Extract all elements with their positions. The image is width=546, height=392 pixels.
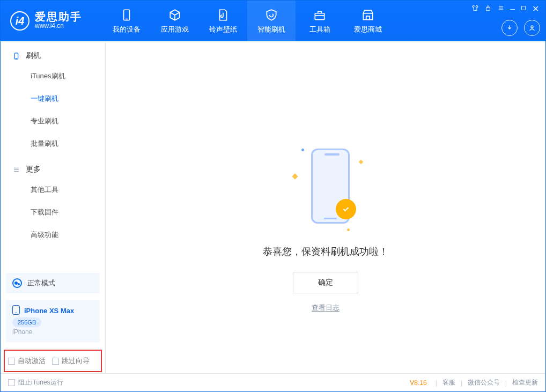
flash-options-row: 自动激活 跳过向导 — [4, 350, 102, 372]
success-message: 恭喜您，保资料刷机成功啦！ — [263, 245, 388, 258]
store-icon — [360, 8, 375, 23]
check-badge-icon — [336, 199, 356, 219]
maximize-icon[interactable] — [520, 5, 527, 13]
toolbox-icon — [312, 8, 327, 23]
close-icon[interactable]: ✕ — [532, 4, 539, 14]
device-type: iPhone — [12, 327, 93, 337]
nav-label: 智能刷机 — [257, 25, 285, 34]
svg-rect-2 — [315, 13, 324, 20]
nav-label: 应用游戏 — [161, 25, 189, 34]
sidebar-item-pro-flash[interactable]: 专业刷机 — [1, 110, 105, 132]
nav-label: 我的设备 — [113, 25, 141, 34]
svg-rect-4 — [486, 8, 490, 10]
checkbox-auto-activate[interactable]: 自动激活 — [8, 356, 46, 366]
nav-apps-games[interactable]: 应用游戏 — [151, 1, 199, 41]
checkbox-icon — [8, 379, 15, 386]
user-icon[interactable] — [524, 20, 540, 36]
svg-point-9 — [531, 26, 533, 28]
device-storage-badge: 256GB — [12, 317, 41, 328]
menu-icon[interactable] — [497, 4, 505, 13]
sidebar-item-download-fw[interactable]: 下载固件 — [1, 201, 105, 224]
shield-refresh-icon — [264, 8, 279, 23]
footer: 阻止iTunes运行 V8.16 | 客服 | 微信公众号 | 检查更新 — [1, 373, 545, 391]
checkbox-label: 跳过向导 — [62, 356, 90, 366]
brand-domain: www.i4.cn — [35, 22, 82, 31]
lock-icon[interactable] — [484, 4, 492, 13]
sidebar-section-label: 刷机 — [26, 51, 41, 61]
footer-link-update[interactable]: 检查更新 — [512, 378, 538, 387]
device-name: iPhone XS Max — [24, 307, 74, 315]
nav-ring-wallpaper[interactable]: 铃声壁纸 — [199, 1, 247, 41]
app-logo[interactable]: i4 爱思助手 www.i4.cn — [1, 1, 102, 41]
nav-toolbox[interactable]: 工具箱 — [296, 1, 344, 41]
mode-label: 正常模式 — [27, 278, 55, 288]
separator: | — [505, 379, 507, 387]
logo-icon: i4 — [10, 11, 29, 31]
mode-icon — [12, 278, 22, 288]
success-panel: 恭喜您，保资料刷机成功啦！ 确定 查看日志 — [106, 143, 545, 313]
view-log-link[interactable]: 查看日志 — [312, 303, 340, 313]
checkbox-skip-guide[interactable]: 跳过向导 — [52, 356, 90, 366]
footer-link-wechat[interactable]: 微信公众号 — [468, 378, 500, 387]
version-label: V8.16 — [410, 379, 426, 387]
sidebar-item-batch-flash[interactable]: 批量刷机 — [1, 132, 105, 155]
ok-button[interactable]: 确定 — [293, 272, 358, 293]
nav-store[interactable]: 爱思商城 — [344, 1, 392, 41]
nav-label: 工具箱 — [309, 25, 330, 34]
sidebar-item-oneclick-flash[interactable]: 一键刷机 — [1, 87, 105, 110]
sidebar: 刷机 iTunes刷机 一键刷机 专业刷机 批量刷机 更多 其他工具 下载固件 … — [1, 41, 106, 373]
minimize-icon[interactable]: – — [510, 4, 515, 14]
top-nav: 我的设备 应用游戏 铃声壁纸 智能刷机 工具箱 爱思商城 — [102, 1, 392, 41]
sidebar-item-other-tools[interactable]: 其他工具 — [1, 179, 105, 201]
checkbox-icon — [52, 358, 59, 365]
download-icon[interactable] — [501, 20, 518, 36]
sidebar-section-more: 更多 — [1, 155, 105, 179]
nav-label: 爱思商城 — [354, 25, 382, 34]
phone-icon — [119, 8, 134, 23]
separator: | — [436, 379, 437, 387]
device-mode-box[interactable]: 正常模式 — [6, 273, 100, 293]
title-actions: – ✕ — [501, 1, 545, 41]
separator: | — [461, 379, 462, 387]
checkbox-icon — [8, 358, 15, 365]
device-info-box[interactable]: iPhone XS Max 256GB iPhone — [6, 300, 100, 342]
nav-my-device[interactable]: 我的设备 — [102, 1, 151, 41]
cube-icon — [167, 8, 182, 23]
titlebar: i4 爱思助手 www.i4.cn 我的设备 应用游戏 铃声壁纸 智能刷机 工具… — [1, 1, 545, 41]
footer-link-support[interactable]: 客服 — [442, 378, 455, 387]
device-phone-icon — [12, 305, 20, 315]
nav-label: 铃声壁纸 — [209, 25, 237, 34]
list-icon — [12, 166, 20, 174]
success-illustration — [285, 143, 366, 234]
svg-rect-8 — [522, 6, 526, 10]
checkbox-label: 阻止iTunes运行 — [18, 378, 63, 387]
sidebar-section-label: 更多 — [26, 165, 41, 174]
sidebar-item-advanced[interactable]: 高级功能 — [1, 224, 105, 246]
nav-smart-flash[interactable]: 智能刷机 — [247, 1, 296, 41]
sidebar-section-flash: 刷机 — [1, 41, 105, 65]
main-panel: 恭喜您，保资料刷机成功啦！ 确定 查看日志 — [106, 41, 545, 373]
music-file-icon — [216, 8, 231, 23]
checkbox-label: 自动激活 — [18, 356, 46, 366]
phone-small-icon — [12, 52, 20, 60]
checkbox-block-itunes[interactable]: 阻止iTunes运行 — [8, 378, 63, 387]
sidebar-item-itunes-flash[interactable]: iTunes刷机 — [1, 65, 105, 87]
shirt-icon[interactable] — [471, 4, 479, 13]
brand-name: 爱思助手 — [35, 11, 82, 22]
